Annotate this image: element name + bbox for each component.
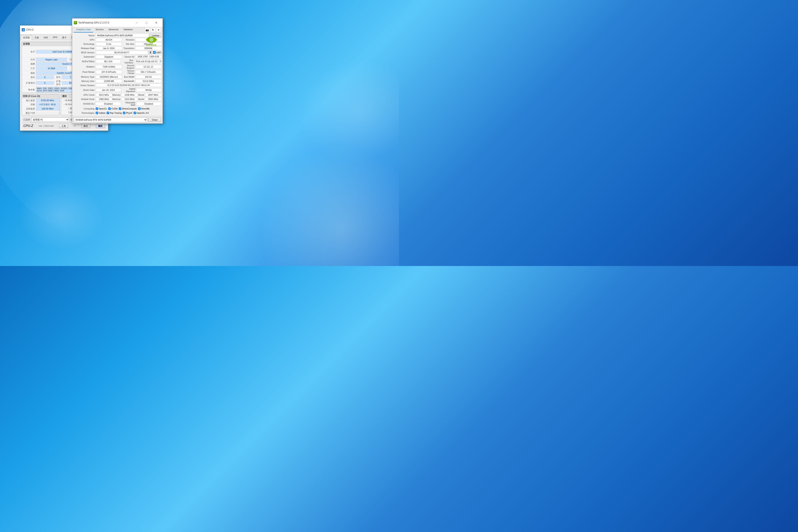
cpuz-codename-value: Raptor Lake — [36, 58, 67, 61]
gpuz-device-id-value: 10DE 2783 - 1458 4138 — [135, 55, 162, 58]
gpuz-close-button[interactable]: Close — [148, 118, 161, 122]
gpuz-tech-label: Technology — [73, 43, 96, 45]
gpuz-physx-checkbox[interactable] — [123, 112, 125, 114]
gpuz-default-clock-row: Default Clock 1980 MHz Memory 1313 MHz B… — [73, 97, 162, 101]
gpuz-opengl-checkbox[interactable] — [134, 112, 136, 114]
gpuz-directcompute-checkbox[interactable] — [119, 108, 121, 110]
cpuz-core-speed-label: 核心速度 — [22, 98, 36, 102]
gpuz-device-id-label: Device ID — [122, 56, 135, 58]
gpuz-gpu-clock-row: GPU Clock 2012 MHz Memory 1338 MHz Boost… — [73, 93, 162, 97]
gpuz-raytracing-checkbox[interactable] — [107, 112, 109, 114]
gpuz-technologies-label: Technologies — [73, 112, 96, 114]
cpuz-tab-processor[interactable]: 处理器 — [21, 35, 32, 40]
cpuz-l3-label: 三级 — [61, 111, 73, 114]
gpuz-vulkan-checkbox[interactable] — [96, 112, 98, 114]
gpuz-gpu-clock-value: 2012 MHz — [96, 93, 112, 97]
gpuz-opengl-check[interactable]: OpenGL 4.6 — [134, 112, 149, 114]
gpuz-default-clock-value: 1980 MHz — [96, 97, 112, 101]
gpuz-tab-advanced[interactable]: Advanced — [106, 27, 121, 33]
gpuz-camera-button[interactable]: 📷 — [145, 27, 150, 32]
gpuz-opengl-label: OpenGL 4.6 — [137, 112, 149, 114]
cpuz-validate-button[interactable]: 验证 — [81, 124, 90, 128]
gpuz-default-clock-label: Default Clock — [73, 98, 96, 100]
gpuz-technologies-row: Technologies Vulkan Ray Tracing PhysX Op… — [73, 111, 162, 115]
gpuz-pixel-label: Pixel Fillrate — [73, 71, 96, 73]
gpuz-menu-button[interactable]: ≡ — [156, 27, 161, 32]
gpuz-minimize-button[interactable]: ─ — [132, 20, 141, 26]
cpuz-package-label: 插槽 — [22, 62, 36, 66]
gpuz-tab-sensors[interactable]: Sensors — [93, 27, 106, 33]
gpuz-resizable-bar-value: Disabled — [136, 102, 162, 106]
gpuz-transistors-label: Transistors — [122, 47, 135, 50]
gpuz-mem-clock-value: 1338 MHz — [121, 93, 138, 97]
cpuz-title: CPU-Z — [26, 28, 34, 31]
gpuz-directx-label: DirectX Support — [122, 64, 135, 69]
gpuz-subvendor-label: Subvendor — [73, 56, 96, 58]
gpuz-memtype-value: GDDR6X (Micron) — [96, 75, 122, 79]
gpuz-rops-label: ROPs/TMUs — [73, 60, 96, 63]
gpuz-shaders-label: Shaders — [73, 65, 96, 68]
gpuz-directml-checkbox[interactable] — [138, 108, 140, 110]
gpuz-tab-validation[interactable]: Validation — [121, 27, 135, 33]
gpuz-directcompute-check[interactable]: DirectCompute — [119, 108, 137, 110]
gpuz-memsize-label: Memory Size — [73, 80, 96, 82]
gpuz-computing-row: Computing OpenCL CUDA DirectCompute Dire… — [73, 107, 162, 111]
gpuz-shaders-row: Shaders 7168 Unified DirectX Support 12 … — [73, 64, 162, 69]
gpuz-tab-graphics-card[interactable]: Graphics Card — [74, 27, 93, 33]
gpuz-directml-check[interactable]: DirectML — [138, 108, 150, 110]
gpuz-close-button[interactable]: ✕ — [152, 20, 161, 26]
gpuz-driver-date-row: Driver Date Jan 18, 2024 Digital Signatu… — [73, 88, 162, 92]
gpuz-opencl-check[interactable]: OpenCL — [96, 108, 107, 110]
cpuz-bus-speed-label: 总线速度 — [22, 107, 36, 111]
cpuz-tech-value: 10 纳米 — [36, 66, 67, 71]
gpuz-cuda-checkbox[interactable] — [108, 108, 111, 110]
gpuz-vulkan-check[interactable]: Vulkan — [96, 112, 106, 114]
gpuz-release-date-label: Release Date — [73, 47, 96, 50]
gpuz-raytracing-label: Ray Tracing — [110, 112, 122, 114]
cpuz-tab-memory[interactable]: 内存 — [41, 35, 50, 40]
gpuz-bios-value: 95.04.69.00.F7 — [96, 51, 148, 54]
cpuz-l1instr-label: 一级 指令 — [61, 102, 73, 106]
gpuz-gpu-select[interactable]: NVIDIA GeForce RTX 4070 SUPER — [74, 117, 147, 122]
gpuz-tabs-spacer — [135, 27, 145, 33]
gpuz-bios-share-icon[interactable]: ⬆ — [149, 51, 152, 54]
cpuz-tab-spd[interactable]: SPD — [51, 35, 60, 40]
gpuz-physx-check[interactable]: PhysX — [123, 112, 132, 114]
cpuz-tools-button[interactable]: 工具 — [59, 124, 68, 128]
cpuz-processor-select[interactable]: 处理器 #1 — [31, 117, 69, 122]
gpuz-digital-sig-label: Digital Signature — [121, 88, 136, 92]
gpuz-cuda-check[interactable]: CUDA — [108, 108, 118, 110]
cpuz-multiplier-label: 倍频 — [22, 102, 36, 107]
gpuz-texture-label: Texture Fillrate — [122, 70, 135, 74]
gpuz-window: G TechPowerUp GPU-Z 2.57.0 ─ □ ✕ Graphic… — [72, 18, 163, 124]
cpuz-tab-graphics[interactable]: 显卡 — [60, 35, 69, 40]
gpuz-driver-date-value: Jan 18, 2024 — [96, 88, 121, 92]
cpuz-rated-fsb-row: 额定 FSB — [22, 111, 59, 115]
cpuz-clock-group-title: 时钟 (P-Core #0) — [22, 94, 59, 98]
gpuz-cuda-label: CUDA — [111, 108, 118, 110]
gpuz-bios-label: BIOS Version — [73, 51, 96, 54]
gpuz-uefi-checkbox[interactable] — [153, 51, 156, 54]
nvidia-logo-area: NVIDIA — [142, 35, 160, 48]
cpuz-ok-button[interactable]: 确定 — [96, 124, 105, 128]
gpuz-raytracing-check[interactable]: Ray Tracing — [107, 112, 122, 114]
gpuz-bandwidth-label: Bandwidth — [122, 80, 135, 82]
cpuz-codename-label: 代号 — [22, 58, 36, 62]
gpuz-opencl-checkbox[interactable] — [96, 108, 98, 110]
gpuz-driver-version-value: 31.0.15.5123 (NVIDIA 551.23) DCH / Win11… — [96, 83, 162, 87]
gpuz-toolbar: 📷 ↻ ≡ — [145, 27, 161, 33]
cpuz-selected-label: 已选择 — [23, 118, 30, 121]
gpuz-computing-checks: OpenCL CUDA DirectCompute DirectML — [96, 108, 162, 110]
gpuz-bus-help-icon[interactable]: ? — [160, 60, 162, 63]
gpuz-die-size-label: Die Size — [122, 43, 135, 45]
gpuz-default-mem-label: Memory — [112, 98, 121, 100]
gpuz-app-icon: G — [74, 21, 77, 24]
gpuz-maximize-button[interactable]: □ — [142, 20, 151, 26]
svg-point-3 — [151, 39, 152, 40]
cpuz-dropdown-arrow[interactable]: ▼ — [74, 125, 76, 127]
cpuz-tab-mainboard[interactable]: 主板 — [32, 35, 41, 40]
cpuz-bus-speed-row: 总线速度 100.00 MHz — [22, 107, 59, 111]
gpuz-memsize-value: 12288 MB — [96, 79, 122, 83]
gpuz-window-controls: ─ □ ✕ — [132, 20, 161, 26]
gpuz-refresh-button[interactable]: ↻ — [150, 27, 155, 32]
